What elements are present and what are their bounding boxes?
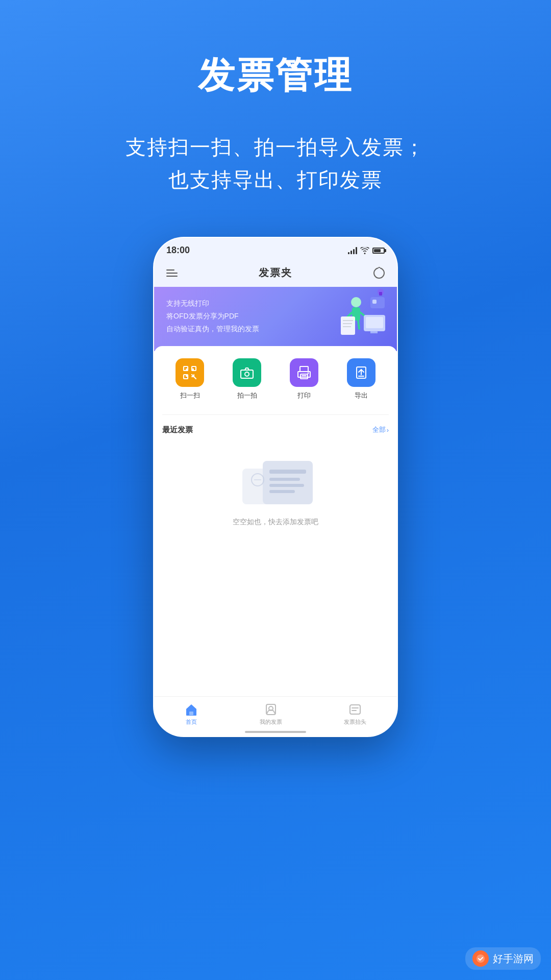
svg-rect-28 — [300, 374, 308, 379]
page-title: 发票管理 — [0, 51, 551, 100]
svg-rect-20 — [186, 369, 187, 370]
banner-line-1: 支持无线打印 — [166, 297, 385, 310]
svg-rect-16 — [379, 292, 382, 296]
photo-label: 拍一拍 — [237, 391, 257, 400]
action-photo[interactable]: 拍一拍 — [233, 358, 261, 400]
page-header: 发票管理 支持扫一扫、拍一拍导入发票； 也支持导出、打印发票 — [0, 0, 551, 196]
svg-rect-40 — [269, 490, 295, 493]
view-all-button[interactable]: 全部 › — [372, 425, 389, 434]
svg-rect-44 — [189, 712, 193, 715]
invoices-nav-label: 我的发票 — [260, 718, 282, 726]
empty-illustration — [240, 458, 311, 509]
page-subtitle: 支持扫一扫、拍一拍导入发票； 也支持导出、打印发票 — [0, 131, 551, 196]
scan-label: 扫一扫 — [180, 391, 200, 400]
menu-icon[interactable] — [166, 270, 178, 277]
svg-point-50 — [477, 954, 485, 963]
bottom-nav-home[interactable]: 首页 — [185, 703, 198, 726]
header-icon — [348, 703, 362, 716]
divider — [162, 414, 389, 415]
svg-rect-38 — [269, 478, 300, 481]
home-icon — [185, 703, 198, 716]
actions-section: 扫一扫 拍一拍 — [154, 346, 397, 408]
wifi-icon — [360, 247, 369, 254]
home-indicator — [245, 731, 306, 733]
navbar-title: 发票夹 — [259, 266, 292, 280]
phone-mockup: 18:00 — [0, 237, 551, 737]
status-bar: 18:00 — [154, 238, 397, 261]
app-navbar: 发票夹 — [154, 261, 397, 287]
svg-rect-36 — [263, 461, 313, 504]
bottom-nav-invoices[interactable]: 我的发票 — [260, 703, 282, 726]
phone-screen: 18:00 — [153, 237, 398, 737]
scan-icon — [182, 365, 197, 380]
svg-rect-22 — [186, 375, 187, 377]
action-print[interactable]: 打印 — [290, 358, 318, 400]
svg-rect-27 — [300, 366, 308, 372]
banner-section: 支持无线打印 将OFD发票分享为PDF 自动验证真伪，管理我的发票 — [154, 287, 397, 351]
svg-point-31 — [308, 372, 309, 374]
recent-section: 最近发票 全部 › — [154, 421, 397, 541]
bottom-nav: 首页 我的发票 — [154, 696, 397, 736]
recent-header: 最近发票 全部 › — [162, 425, 389, 435]
action-export[interactable]: 导出 — [347, 358, 375, 400]
print-icon-wrap — [290, 358, 318, 387]
svg-rect-47 — [350, 705, 360, 714]
home-nav-label: 首页 — [186, 718, 197, 726]
empty-state: 空空如也，快去添加发票吧 — [162, 443, 389, 537]
svg-rect-39 — [269, 484, 304, 487]
camera-icon — [239, 365, 255, 380]
watermark: 好手游网 — [465, 947, 541, 970]
bottom-nav-header[interactable]: 发票抬头 — [344, 703, 366, 726]
banner-line-2: 将OFD发票分享为PDF — [166, 310, 385, 323]
photo-icon-wrap — [233, 358, 261, 387]
svg-point-26 — [245, 372, 249, 376]
empty-text: 空空如也，快去添加发票吧 — [233, 518, 318, 527]
recent-title: 最近发票 — [162, 425, 193, 435]
svg-rect-21 — [192, 369, 194, 370]
scan-icon-wrap — [176, 358, 204, 387]
actions-grid: 扫一扫 拍一拍 — [159, 358, 392, 400]
banner-text: 支持无线打印 将OFD发票分享为PDF 自动验证真伪，管理我的发票 — [166, 297, 385, 336]
status-icons — [348, 247, 385, 254]
svg-rect-37 — [269, 470, 306, 474]
signal-icon — [348, 247, 357, 254]
watermark-icon — [472, 950, 489, 967]
battery-icon — [372, 248, 385, 254]
export-icon — [354, 365, 369, 380]
power-icon[interactable] — [373, 267, 385, 279]
status-time: 18:00 — [166, 245, 190, 256]
export-label: 导出 — [355, 391, 368, 400]
watermark-text: 好手游网 — [493, 952, 534, 966]
invoices-icon — [264, 703, 278, 716]
banner-line-3: 自动验证真伪，管理我的发票 — [166, 323, 385, 335]
print-label: 打印 — [297, 391, 311, 400]
print-icon — [296, 365, 312, 380]
header-nav-label: 发票抬头 — [344, 718, 366, 726]
export-icon-wrap — [347, 358, 375, 387]
action-scan[interactable]: 扫一扫 — [176, 358, 204, 400]
